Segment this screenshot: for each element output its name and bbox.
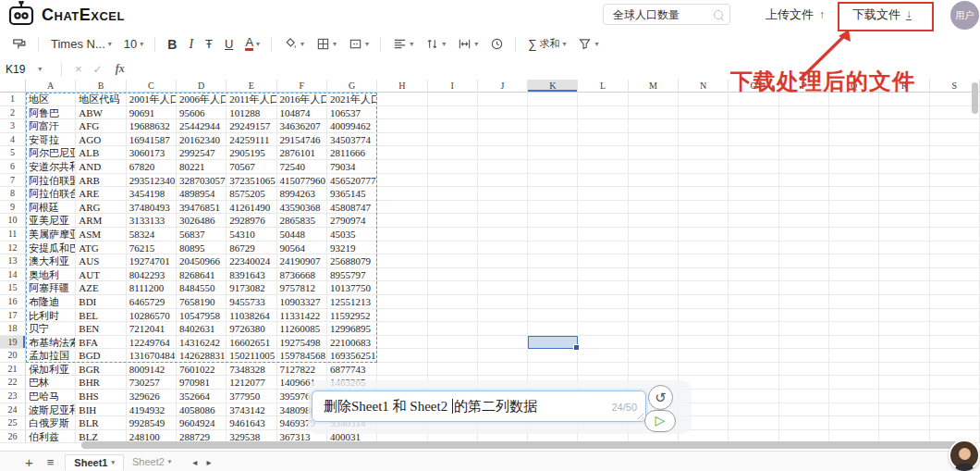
cell-H2[interactable] (377, 106, 427, 120)
row-header-24[interactable]: 24 (0, 403, 26, 417)
cell-I10[interactable] (428, 214, 478, 228)
cell-C24[interactable]: 4194932 (127, 403, 177, 417)
cell-C22[interactable]: 730257 (127, 376, 177, 390)
cell-L15[interactable] (578, 281, 628, 295)
column-header-C[interactable]: C (127, 80, 177, 93)
cell-M5[interactable] (629, 146, 679, 160)
cell-A7[interactable]: 阿拉伯联盟 (26, 174, 76, 188)
borders-button[interactable]: ▾ (316, 37, 337, 51)
column-header-J[interactable]: J (478, 80, 528, 93)
cell-F20[interactable]: 159784568 (277, 349, 327, 363)
cell-N18[interactable] (679, 322, 729, 336)
cell-B2[interactable]: ABW (76, 106, 126, 120)
cell-L6[interactable] (578, 160, 628, 174)
row-header-22[interactable]: 22 (0, 376, 26, 390)
cell-F11[interactable]: 50448 (277, 228, 327, 242)
cell-L2[interactable] (578, 106, 628, 120)
cell-H11[interactable] (377, 228, 427, 242)
cell-O25[interactable] (729, 416, 778, 430)
cell-R11[interactable] (879, 228, 929, 242)
cell-A23[interactable]: 巴哈马 (26, 390, 76, 403)
cell-I1[interactable] (428, 93, 478, 106)
cell-F12[interactable]: 90564 (277, 242, 327, 255)
row-header-11[interactable]: 11 (0, 228, 26, 242)
cell-A8[interactable]: 阿拉伯联合 (26, 187, 76, 201)
cell-B16[interactable]: BDI (76, 295, 126, 309)
cell-E12[interactable]: 86729 (227, 242, 276, 255)
cell-O12[interactable] (729, 242, 778, 255)
cell-G12[interactable]: 93219 (327, 242, 377, 255)
cell-Q16[interactable] (829, 295, 879, 309)
sum-button[interactable]: ∑ 求和 ▾ (528, 37, 566, 51)
cell-M6[interactable] (629, 160, 679, 174)
cell-Q17[interactable] (829, 309, 879, 323)
cell-O4[interactable] (729, 133, 778, 147)
cell-L16[interactable] (578, 295, 628, 309)
cell-G5[interactable]: 2811666 (327, 146, 377, 160)
cell-S20[interactable] (930, 349, 980, 363)
cell-N3[interactable] (679, 119, 729, 133)
cell-R18[interactable] (879, 322, 929, 336)
bold-button[interactable]: B (167, 37, 177, 52)
cell-L8[interactable] (578, 187, 628, 201)
cell-reference-box[interactable]: K19 ▾ (0, 63, 54, 76)
cell-K20[interactable] (528, 349, 578, 363)
cell-G1[interactable]: 2021年人口 (327, 93, 377, 106)
cell-S23[interactable] (930, 390, 980, 403)
cell-D10[interactable]: 3026486 (177, 214, 227, 228)
cell-N4[interactable] (679, 133, 729, 147)
cell-P10[interactable] (779, 214, 829, 228)
cell-O9[interactable] (729, 201, 778, 215)
cell-M7[interactable] (629, 174, 679, 188)
cell-D17[interactable]: 10547958 (177, 309, 227, 323)
cell-A19[interactable]: 布基纳法索 (26, 336, 76, 350)
column-header-A[interactable]: A (26, 80, 76, 93)
cell-D23[interactable]: 352664 (177, 390, 227, 403)
cell-B22[interactable]: BHR (76, 376, 126, 390)
row-header-7[interactable]: 7 (0, 174, 26, 188)
cell-S11[interactable] (930, 228, 980, 242)
cell-D16[interactable]: 7658190 (177, 295, 227, 309)
vertical-align-button[interactable]: ▾ (425, 37, 446, 51)
cell-S5[interactable] (930, 146, 980, 160)
cell-Q13[interactable] (829, 254, 879, 268)
cell-Q5[interactable] (829, 146, 879, 160)
chat-command-input[interactable]: 删除Sheet1 和 Sheet2 的第二列数据 24/50 (312, 390, 646, 422)
cell-D20[interactable]: 142628831 (177, 349, 227, 363)
cell-N15[interactable] (679, 281, 729, 295)
row-header-21[interactable]: 21 (0, 363, 26, 377)
cell-D5[interactable]: 2992547 (177, 146, 227, 160)
row-header-13[interactable]: 13 (0, 254, 26, 268)
fill-handle[interactable] (573, 344, 580, 351)
font-color-button[interactable]: A ▾ (245, 37, 260, 51)
cell-K21[interactable] (528, 363, 578, 377)
cell-J14[interactable] (478, 268, 528, 282)
cell-K14[interactable] (528, 268, 578, 282)
cell-N12[interactable] (679, 242, 729, 255)
cell-Q3[interactable] (829, 119, 879, 133)
cell-Q2[interactable] (829, 106, 879, 120)
row-header-12[interactable]: 12 (0, 242, 26, 255)
cell-E20[interactable]: 150211005 (227, 349, 276, 363)
underline-button[interactable]: U (225, 37, 233, 51)
cell-D12[interactable]: 80895 (177, 242, 227, 255)
cell-L13[interactable] (578, 254, 628, 268)
cell-E19[interactable]: 16602651 (227, 336, 276, 350)
cell-N8[interactable] (679, 187, 729, 201)
cell-H8[interactable] (377, 187, 427, 201)
cell-M20[interactable] (629, 349, 679, 363)
cell-G15[interactable]: 10137750 (327, 281, 377, 295)
cell-F6[interactable]: 72540 (277, 160, 327, 174)
cell-O6[interactable] (729, 160, 778, 174)
cell-B11[interactable]: ASM (76, 228, 126, 242)
prev-sheet-icon[interactable]: ◂ (192, 457, 197, 467)
cell-R6[interactable] (879, 160, 929, 174)
cell-L21[interactable] (578, 363, 628, 377)
cell-I14[interactable] (428, 268, 478, 282)
cell-P13[interactable] (779, 254, 829, 268)
cell-S21[interactable] (930, 363, 980, 377)
cell-R9[interactable] (879, 201, 929, 215)
cell-D18[interactable]: 8402631 (177, 322, 227, 336)
cell-L17[interactable] (578, 309, 628, 323)
send-button[interactable]: ▷ (644, 410, 676, 432)
